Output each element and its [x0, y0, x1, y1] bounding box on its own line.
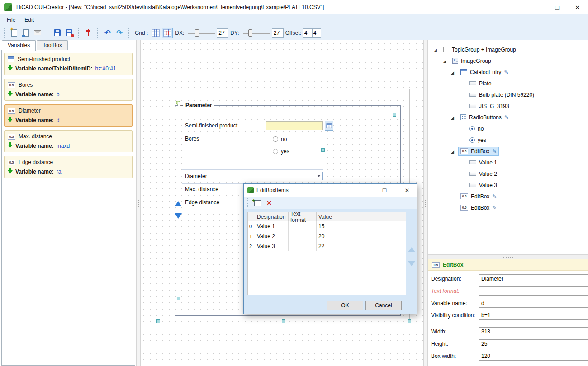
row-semi-finished-product[interactable]: Semi-finished product	[182, 120, 323, 131]
edit-pencil-icon[interactable]	[492, 148, 497, 155]
box-width-input[interactable]	[479, 352, 588, 361]
variable-card-semi-finished-product[interactable]: Semi-finished product Variable name/Tabl…	[4, 53, 133, 75]
radio-no[interactable]	[273, 136, 278, 142]
tree-item-imagegroup[interactable]: ImageGroup	[428, 55, 588, 66]
move-up-arrow[interactable]	[175, 201, 182, 206]
tree-item-value-1[interactable]: Value 1	[428, 157, 588, 168]
toolbar-grip[interactable]	[78, 28, 80, 38]
table-row[interactable]: 2 Value 3 22	[248, 241, 406, 251]
semi-finished-product-input[interactable]	[266, 121, 323, 130]
insert-variable-icon[interactable]	[8, 117, 13, 123]
scroll-up-icon[interactable]	[408, 247, 415, 252]
tree-item-value-2[interactable]: Value 2	[428, 168, 588, 179]
move-down-arrow[interactable]	[175, 213, 182, 219]
table-row[interactable]: 0 Value 1 15	[248, 221, 406, 231]
ok-button[interactable]: OK	[327, 301, 363, 310]
new-file-button[interactable]	[9, 28, 19, 38]
toolbar-grip[interactable]	[97, 28, 99, 38]
toolbar-grip[interactable]	[247, 198, 249, 207]
width-input[interactable]	[479, 327, 588, 336]
variable-card-max-distance[interactable]: Max. distance Variable name: maxd	[4, 130, 133, 152]
offset-y-input[interactable]	[312, 28, 321, 38]
expander-icon[interactable]	[451, 114, 458, 121]
offset-x-input[interactable]	[303, 28, 312, 38]
resize-handle[interactable]	[156, 319, 160, 323]
resize-handle[interactable]	[282, 319, 285, 323]
close-button[interactable]	[567, 0, 588, 14]
dy-slider-thumb[interactable]	[248, 29, 252, 37]
dialog-close-button[interactable]	[397, 184, 417, 197]
scroll-down-icon[interactable]	[408, 261, 415, 266]
pin-button[interactable]	[83, 28, 94, 38]
dy-value-input[interactable]	[272, 28, 284, 38]
tree-item-topicgroup[interactable]: TopicGroup + ImageGroup	[428, 44, 588, 55]
cell-text-format[interactable]	[289, 221, 317, 231]
tree-item-catalogentry[interactable]: CatalogEntry	[428, 66, 588, 78]
edit-pencil-icon[interactable]	[504, 69, 508, 75]
dialog-maximize-button[interactable]	[375, 184, 394, 197]
cancel-button[interactable]: Cancel	[365, 301, 402, 310]
edit-pencil-icon[interactable]	[504, 114, 509, 121]
snap-grid-button[interactable]	[162, 28, 173, 38]
variable-card-edge-distance[interactable]: Edge distance Variable name: ra	[4, 156, 133, 178]
resize-handle[interactable]	[393, 113, 396, 117]
expander-icon[interactable]	[451, 148, 458, 155]
resize-handle[interactable]	[321, 148, 325, 152]
variable-name-input[interactable]	[479, 299, 588, 308]
add-row-button[interactable]	[252, 197, 263, 208]
import-button[interactable]	[32, 28, 43, 38]
tree-item-jis-g-3193[interactable]: JIS_G_3193	[428, 100, 588, 112]
toolbar-grip[interactable]	[4, 28, 5, 38]
tree-item-yes[interactable]: yes	[428, 134, 588, 145]
toolbar-grip[interactable]	[128, 28, 130, 38]
dx-slider[interactable]	[188, 28, 215, 38]
resize-handle[interactable]	[177, 297, 180, 300]
insert-variable-icon[interactable]	[8, 142, 13, 149]
insert-variable-icon[interactable]	[8, 168, 13, 175]
tree-item-value-3[interactable]: Value 3	[428, 179, 588, 191]
open-file-button[interactable]	[20, 28, 31, 38]
tree-item-plate[interactable]: Plate	[428, 78, 588, 89]
right-splitter[interactable]	[423, 40, 428, 366]
text-format-input[interactable]	[479, 286, 588, 296]
cell-text-format[interactable]	[289, 231, 317, 241]
row-diameter-selected[interactable]: Diameter	[182, 171, 323, 181]
collapse-icon[interactable]	[180, 102, 183, 108]
expander-icon[interactable]	[443, 58, 450, 64]
catalog-picker-button[interactable]	[325, 121, 333, 131]
redo-button[interactable]: ↷	[114, 28, 125, 38]
grid-toggle-button[interactable]	[150, 28, 161, 38]
table-row[interactable]: 1 Value 2 20	[248, 231, 406, 241]
tree-item-bulb-plate[interactable]: Bulb plate (DIN 59220)	[428, 89, 588, 100]
tree-item-radiobuttons[interactable]: RadioButtons	[428, 112, 588, 123]
diameter-combobox[interactable]	[266, 172, 323, 180]
designation-input[interactable]	[479, 274, 588, 283]
tab-variables[interactable]: Variables	[2, 40, 36, 51]
left-splitter[interactable]	[136, 40, 141, 366]
maximize-button[interactable]	[547, 0, 567, 14]
insert-variable-icon[interactable]	[8, 91, 13, 98]
tree-item-editbox-selected[interactable]: EditBox	[428, 145, 588, 157]
tree-item-editbox-3[interactable]: EditBox	[428, 202, 588, 213]
tree-item-editbox-2[interactable]: EditBox	[428, 191, 588, 202]
cell-value[interactable]: 20	[317, 231, 337, 241]
visibility-condition-input[interactable]	[479, 311, 588, 320]
dx-slider-thumb[interactable]	[195, 29, 199, 37]
cell-designation[interactable]: Value 3	[255, 241, 289, 251]
resize-handle[interactable]	[408, 319, 411, 323]
dx-value-input[interactable]	[217, 28, 228, 38]
tab-toolbox[interactable]: ToolBox	[37, 40, 68, 50]
dy-slider[interactable]	[243, 28, 270, 38]
tree-item-no[interactable]: no	[428, 123, 588, 134]
dialog-minimize-button[interactable]	[352, 184, 372, 197]
cell-designation[interactable]: Value 1	[255, 221, 289, 231]
insert-variable-icon[interactable]	[8, 65, 13, 72]
edit-pencil-icon[interactable]	[492, 205, 497, 211]
save-as-button[interactable]	[63, 28, 74, 38]
cell-value[interactable]: 22	[317, 241, 337, 251]
toolbar-grip[interactable]	[47, 28, 48, 38]
minimize-button[interactable]	[526, 0, 547, 14]
properties-splitter[interactable]	[428, 254, 588, 259]
expander-icon[interactable]	[434, 47, 441, 53]
variable-card-bores[interactable]: Bores Variable name: b	[4, 79, 133, 101]
